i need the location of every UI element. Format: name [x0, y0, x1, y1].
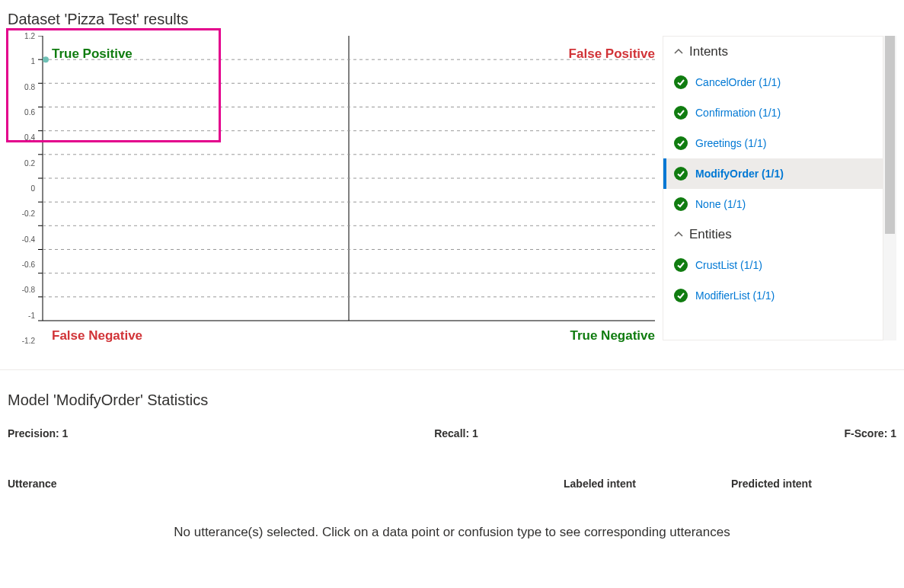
section-title: Entities	[689, 227, 732, 242]
check-circle-icon	[674, 258, 688, 272]
entity-item-modifierlist[interactable]: ModifierList (1/1)	[663, 280, 883, 311]
check-circle-icon	[674, 106, 688, 120]
confusion-chart[interactable]: 1.2 1 0.8 0.6 0.4 0.2 0 -0.2 -0.4 -0.6 -…	[23, 36, 655, 340]
svg-point-31	[674, 197, 688, 211]
svg-point-28	[674, 106, 688, 120]
empty-message: No utterance(s) selected. Click on a dat…	[0, 496, 904, 540]
intent-item-cancelorder[interactable]: CancelOrder (1/1)	[663, 67, 883, 97]
entity-item-crustlist[interactable]: CrustList (1/1)	[663, 250, 883, 280]
intent-item-confirmation[interactable]: Confirmation (1/1)	[663, 97, 883, 128]
page-title: Dataset 'Pizza Test' results	[0, 0, 904, 36]
quadrant-true-positive[interactable]: True Positive	[52, 46, 133, 62]
chevron-up-icon	[674, 230, 683, 239]
check-circle-icon	[674, 167, 688, 181]
quadrant-false-negative[interactable]: False Negative	[52, 328, 142, 344]
scrollbar-thumb[interactable]	[885, 36, 895, 234]
chevron-up-icon	[674, 47, 683, 56]
side-column: Intents CancelOrder (1/1) Confirmation (…	[663, 36, 896, 340]
fscore-stat: F-Score: 1	[845, 427, 896, 439]
svg-point-29	[674, 136, 688, 150]
intent-item-modifyorder[interactable]: ModifyOrder (1/1)	[663, 158, 883, 189]
col-utterance[interactable]: Utterance	[8, 478, 564, 490]
divider	[0, 369, 904, 370]
svg-point-32	[674, 258, 688, 272]
section-title: Intents	[689, 44, 728, 59]
stats-row: Precision: 1 Recall: 1 F-Score: 1	[8, 427, 896, 439]
chart-column: 1.2 1 0.8 0.6 0.4 0.2 0 -0.2 -0.4 -0.6 -…	[8, 36, 655, 340]
check-circle-icon	[674, 75, 688, 89]
section-entities[interactable]: Entities	[663, 219, 883, 250]
intent-label: CancelOrder (1/1)	[695, 76, 781, 88]
intent-label: ModifyOrder (1/1)	[695, 168, 784, 180]
data-point	[43, 56, 49, 62]
quadrant-true-negative[interactable]: True Negative	[570, 328, 656, 344]
svg-point-30	[674, 167, 688, 181]
check-circle-icon	[674, 197, 688, 211]
scrollbar[interactable]	[883, 36, 896, 340]
col-labeled-intent[interactable]: Labeled intent	[564, 478, 731, 490]
recall-stat: Recall: 1	[434, 427, 478, 439]
side-panel: Intents CancelOrder (1/1) Confirmation (…	[663, 36, 883, 340]
col-predicted-intent[interactable]: Predicted intent	[731, 478, 896, 490]
intent-label: Greetings (1/1)	[695, 137, 766, 149]
intent-label: Confirmation (1/1)	[695, 107, 781, 119]
check-circle-icon	[674, 289, 688, 302]
svg-point-27	[674, 75, 688, 89]
check-circle-icon	[674, 136, 688, 150]
section-intents[interactable]: Intents	[663, 37, 883, 67]
table-header: Utterance Labeled intent Predicted inten…	[0, 478, 904, 496]
entity-label: ModifierList (1/1)	[695, 289, 775, 302]
stats-block: Model 'ModifyOrder' Statistics Precision…	[0, 391, 904, 439]
intent-item-none[interactable]: None (1/1)	[663, 189, 883, 219]
precision-stat: Precision: 1	[8, 427, 68, 439]
svg-point-33	[674, 289, 688, 302]
main-area: 1.2 1 0.8 0.6 0.4 0.2 0 -0.2 -0.4 -0.6 -…	[0, 36, 904, 340]
stats-title: Model 'ModifyOrder' Statistics	[8, 391, 896, 409]
intent-item-greetings[interactable]: Greetings (1/1)	[663, 128, 883, 158]
chart-svg	[23, 36, 655, 340]
intent-label: None (1/1)	[695, 198, 746, 210]
entity-label: CrustList (1/1)	[695, 259, 762, 271]
quadrant-false-positive[interactable]: False Positive	[569, 46, 655, 62]
